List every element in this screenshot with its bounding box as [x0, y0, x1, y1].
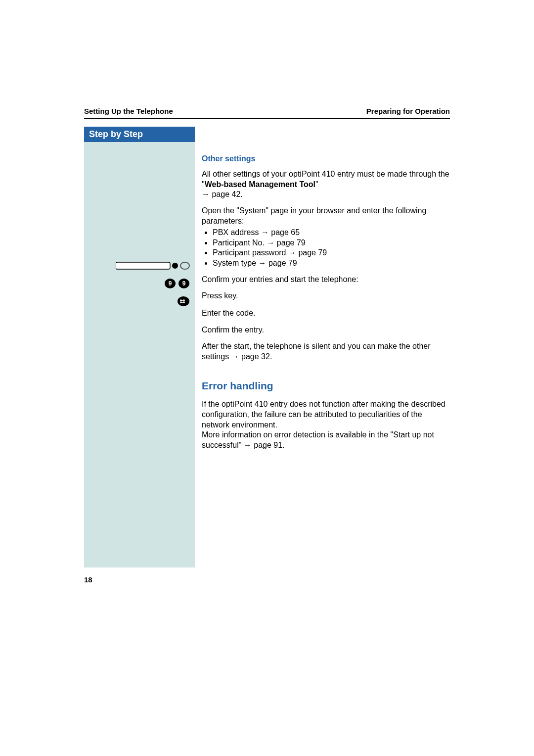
page-number: 18 — [84, 575, 92, 584]
text: System type — [213, 259, 258, 267]
text-bold: Web-based Management Tool — [205, 180, 315, 189]
page-ref: page 42. — [210, 190, 243, 198]
para-error-2: More information on error detection is a… — [202, 430, 450, 451]
list-item: Participant password → page 79 — [213, 248, 450, 258]
step-icon-enter-code: 9 9 — [84, 277, 195, 291]
list-item: PBX address → page 65 — [213, 228, 450, 238]
sidebar-column: 9 9 — [84, 142, 195, 567]
arrow-icon: → — [258, 259, 266, 267]
text: Participant password — [213, 248, 288, 257]
digit-keys-icon: 9 9 — [164, 278, 190, 289]
page-ref: page 79 — [274, 238, 305, 247]
para-open-system: Open the "System" page in your browser a… — [202, 206, 450, 227]
text: Participant No. — [213, 238, 267, 247]
arrow-icon: → — [267, 238, 274, 247]
arrow-icon: → — [244, 441, 252, 449]
hash-key-icon — [177, 295, 190, 307]
list-item: Participant No. → page 79 — [213, 238, 450, 248]
page-ref: page 65 — [269, 228, 300, 236]
svg-text:9: 9 — [169, 280, 172, 287]
text: PBX address — [213, 228, 261, 236]
running-header: Setting Up the Telephone Preparing for O… — [84, 107, 450, 119]
arrow-icon: → — [231, 352, 239, 361]
param-list: PBX address → page 65 Participant No. → … — [202, 228, 450, 269]
list-item: System type → page 79 — [213, 258, 450, 269]
main-column: Other settings All other settings of you… — [195, 142, 450, 567]
step-icon-press-key — [84, 260, 195, 273]
arrow-icon: → — [202, 190, 210, 198]
page-body: Setting Up the Telephone Preparing for O… — [84, 107, 450, 567]
para-after-start: After the start, the telephone is silent… — [202, 341, 450, 362]
content-columns: 9 9 — [84, 142, 450, 567]
arrow-icon: → — [261, 228, 269, 236]
header-right: Preparing for Operation — [366, 107, 450, 115]
header-left: Setting Up the Telephone — [84, 107, 173, 115]
page-ref: page 91. — [252, 441, 285, 449]
function-key-icon — [116, 261, 190, 271]
step-icon-confirm — [84, 294, 195, 309]
text: " — [315, 180, 318, 189]
svg-rect-0 — [116, 262, 170, 269]
svg-point-2 — [180, 262, 189, 269]
step-press-key: Press key. — [202, 291, 450, 301]
heading-other-settings: Other settings — [202, 154, 450, 164]
step-confirm-entry: Confirm the entry. — [202, 325, 450, 335]
page-ref: page 32. — [239, 352, 272, 361]
arrow-icon: → — [288, 248, 296, 257]
text: More information on error detection is a… — [202, 430, 434, 449]
heading-error-handling: Error handling — [202, 379, 450, 392]
page-ref: page 79 — [296, 248, 327, 257]
para-error-1: If the optiPoint 410 entry does not func… — [202, 399, 450, 430]
para-intro: All other settings of your optiPoint 410… — [202, 169, 450, 200]
page-ref: page 79 — [266, 259, 297, 267]
svg-text:9: 9 — [182, 280, 186, 287]
para-confirm: Confirm your entries and start the telep… — [202, 275, 450, 285]
svg-point-7 — [178, 296, 189, 306]
svg-point-1 — [172, 263, 178, 269]
step-enter-code: Enter the code. — [202, 308, 450, 319]
sidebar-title: Step by Step — [84, 127, 195, 142]
